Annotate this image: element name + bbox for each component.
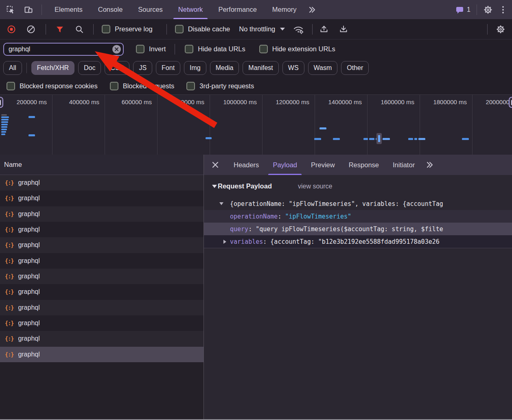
request-row[interactable]: {:}graphql <box>0 175 203 190</box>
detail-tab-preview[interactable]: Preview <box>304 155 342 175</box>
clear-filter-button[interactable] <box>112 45 121 53</box>
hide-extension-urls-toggle[interactable]: Hide extension URLs <box>259 45 335 53</box>
request-row[interactable]: {:}graphql <box>0 347 203 362</box>
request-row[interactable]: {:}graphql <box>0 237 203 253</box>
request-row[interactable]: {:}graphql <box>0 206 203 222</box>
payload-row-operationname[interactable]: operationName: "ipFlowTimeseries" <box>204 210 512 223</box>
hide-data-urls-toggle[interactable]: Hide data URLs <box>185 45 245 53</box>
name-column-header[interactable]: Name <box>0 155 203 175</box>
detail-tab-initiator[interactable]: Initiator <box>386 155 422 175</box>
tab-sources[interactable]: Sources <box>130 0 171 19</box>
filter-chip-all[interactable]: All <box>3 61 22 75</box>
tab-console[interactable]: Console <box>90 0 131 19</box>
tab-memory[interactable]: Memory <box>265 0 304 19</box>
filter-chip-doc[interactable]: Doc <box>78 61 101 75</box>
chevron-down-icon <box>280 28 285 31</box>
request-row[interactable]: {:}graphql <box>0 331 203 346</box>
request-timeline-bar <box>1 119 9 120</box>
network-filter-input[interactable] <box>3 43 124 56</box>
invert-toggle[interactable]: Invert <box>136 45 166 53</box>
detail-tab-response[interactable]: Response <box>342 155 386 175</box>
network-settings-gear-icon[interactable] <box>496 24 505 34</box>
detail-tab-headers[interactable]: Headers <box>227 155 266 175</box>
clear-network-log-button[interactable] <box>26 24 36 34</box>
request-detail-panel: HeadersPayloadPreviewResponseInitiator R… <box>204 155 512 419</box>
request-row[interactable]: {:}graphql <box>0 284 203 300</box>
filter-chip-wasm[interactable]: Wasm <box>308 61 338 75</box>
device-toolbar-icon[interactable] <box>24 5 33 15</box>
view-source-link[interactable]: view source <box>298 183 332 190</box>
panel-resize-divider[interactable] <box>203 155 204 419</box>
3rd-party-requests-toggle[interactable]: 3rd-party requests <box>186 82 254 90</box>
payload-preview-row[interactable]: {operationName: "ipFlowTimeseries", vari… <box>204 197 512 210</box>
more-filters-row: Blocked response cookiesBlocked requests… <box>0 77 512 94</box>
issues-badge[interactable]: 1 <box>455 5 470 14</box>
network-overview-timeline[interactable]: 200000 ms400000 ms600000 ms800000 ms1000… <box>0 94 512 155</box>
payload-value: "ipFlowTimeseries" <box>285 213 351 220</box>
filter-chip-other[interactable]: Other <box>341 61 369 75</box>
tab-elements[interactable]: Elements <box>47 0 90 19</box>
request-row[interactable]: {:}graphql <box>0 190 203 206</box>
request-payload-section-header[interactable]: Request Payload view source <box>204 175 512 197</box>
network-conditions-icon[interactable] <box>293 24 304 34</box>
more-tabs-icon[interactable] <box>304 0 320 19</box>
request-timeline-bar <box>1 133 5 135</box>
payload-value: {accountTag: "b12e3b2192ee5588fdad995178… <box>270 238 439 245</box>
record-network-log-button[interactable] <box>7 24 16 34</box>
expand-icon[interactable] <box>223 240 226 244</box>
tab-network[interactable]: Network <box>171 0 211 19</box>
filter-chip-img[interactable]: Img <box>184 61 206 75</box>
filter-chip-fetch-xhr[interactable]: Fetch/XHR <box>31 61 74 75</box>
more-detail-tabs-icon[interactable] <box>422 155 438 175</box>
disable-cache-toggle[interactable]: Disable cache <box>175 25 230 33</box>
blocked-requests-toggle[interactable]: Blocked requests <box>110 82 175 90</box>
filter-chip-css[interactable]: CSS <box>105 61 129 75</box>
payload-row-variables[interactable]: variables: {accountTag: "b12e3b2192ee558… <box>204 235 512 248</box>
payload-tree: {operationName: "ipFlowTimeseries", vari… <box>204 197 512 248</box>
filter-chip-manifest[interactable]: Manifest <box>243 61 278 75</box>
tab-performance[interactable]: Performance <box>210 0 264 19</box>
request-row[interactable]: {:}graphql <box>0 253 203 269</box>
toolbar-divider <box>93 24 94 35</box>
3rd-party-requests-checkbox[interactable] <box>186 82 195 90</box>
invert-checkbox[interactable] <box>136 45 144 53</box>
disable-cache-checkbox[interactable] <box>175 25 184 33</box>
section-collapse-icon[interactable] <box>212 185 217 188</box>
request-row[interactable]: {:}graphql <box>0 315 203 331</box>
filter-chip-media[interactable]: Media <box>210 61 239 75</box>
settings-gear-icon[interactable] <box>483 5 493 15</box>
filter-chip-ws[interactable]: WS <box>282 61 304 75</box>
request-row[interactable]: {:}graphql <box>0 269 203 284</box>
timeline-right-handle[interactable] <box>509 97 512 108</box>
filter-chip-font[interactable]: Font <box>156 61 180 75</box>
timeline-left-handle[interactable] <box>0 97 3 108</box>
detail-tab-payload[interactable]: Payload <box>266 155 304 175</box>
disable-cache-label: Disable cache <box>188 25 230 33</box>
close-detail-icon[interactable] <box>204 155 227 175</box>
payload-row-query[interactable]: query: "query ipFlowTimeseries($accountT… <box>204 223 512 235</box>
request-timeline-bar <box>383 138 390 140</box>
request-timeline-bar <box>363 138 368 140</box>
hide-data-urls-checkbox[interactable] <box>185 45 193 53</box>
inspect-element-icon[interactable] <box>6 5 15 15</box>
collapse-icon[interactable] <box>219 202 223 205</box>
blocked-requests-checkbox[interactable] <box>110 82 118 90</box>
throttling-value: No throttling <box>239 25 275 33</box>
filter-chip-js[interactable]: JS <box>133 61 152 75</box>
filter-funnel-icon[interactable] <box>55 24 65 34</box>
payload-colon: : <box>278 213 285 220</box>
preserve-log-checkbox[interactable] <box>102 25 110 33</box>
request-row[interactable]: {:}graphql <box>0 300 203 315</box>
request-row[interactable]: {:}graphql <box>0 222 203 237</box>
throttling-dropdown[interactable]: No throttling <box>239 25 285 33</box>
selected-request-marker <box>376 133 382 144</box>
hide-extension-urls-checkbox[interactable] <box>259 45 268 53</box>
blocked-response-cookies-checkbox[interactable] <box>7 82 15 90</box>
request-timeline-bar <box>333 138 340 140</box>
blocked-response-cookies-toggle[interactable]: Blocked response cookies <box>7 82 98 90</box>
kebab-menu-icon[interactable] <box>499 5 507 15</box>
search-icon[interactable] <box>74 24 84 34</box>
export-har-icon[interactable] <box>339 24 348 34</box>
preserve-log-toggle[interactable]: Preserve log <box>102 25 153 33</box>
import-har-icon[interactable] <box>319 24 329 34</box>
